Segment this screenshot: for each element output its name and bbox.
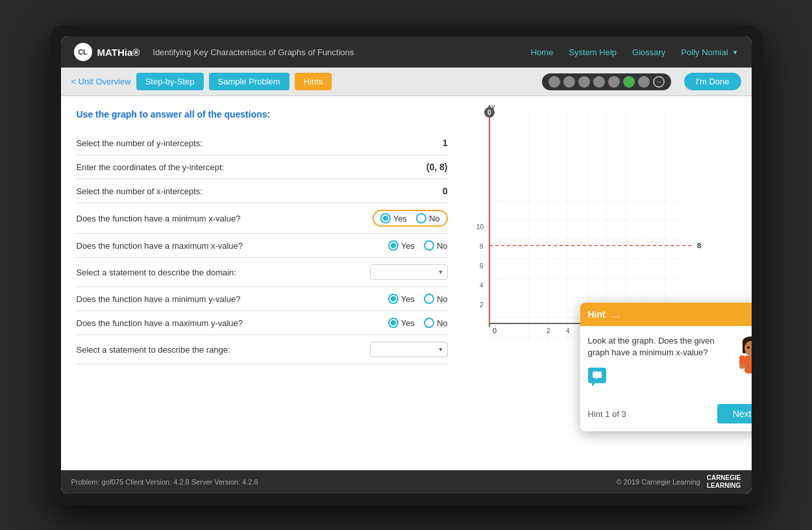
- screen: CL MATHia® Identifying Key Characteristi…: [61, 36, 752, 494]
- q5-yes-radio[interactable]: [388, 240, 399, 251]
- q7-radio-group: Yes No: [388, 294, 448, 304]
- q8-no-radio[interactable]: [424, 318, 434, 328]
- q4-label: Does the function have a minimum x-value…: [77, 214, 366, 223]
- left-panel: Use the graph to answer all of the quest…: [61, 96, 463, 470]
- q6-label: Select a statement to describe the domai…: [77, 268, 370, 277]
- sample-problem-button[interactable]: Sample Problem: [209, 73, 289, 90]
- home-link[interactable]: Home: [531, 47, 554, 57]
- footer-right: © 2019 Carnegie Learning CARNEGIE LEARNI…: [617, 474, 741, 490]
- glossary-link[interactable]: Glossary: [632, 47, 665, 57]
- avatar-svg: [735, 335, 752, 387]
- right-panel: 0 x y 2 4 6 8 10 2 4 6 8 10: [463, 96, 752, 470]
- logo-area: CL MATHia®: [74, 43, 140, 61]
- q1-label: Select the number of y-intercepts:: [77, 138, 402, 148]
- app-title: MATHia®: [97, 47, 140, 58]
- q5-yes-option[interactable]: Yes: [388, 240, 415, 251]
- step-by-step-button[interactable]: Step-by-Step: [136, 73, 204, 90]
- user-name: Polly Nomial: [681, 47, 728, 57]
- progress-dot-4: [593, 76, 605, 88]
- progress-dot-3: [578, 76, 590, 88]
- q7-no-label: No: [437, 294, 448, 304]
- svg-rect-30: [744, 355, 752, 373]
- next-button[interactable]: Next: [717, 404, 752, 423]
- sub-nav: Unit Overview Step-by-Step Sample Proble…: [61, 68, 752, 96]
- q9-label: Select a statement to describe the range…: [77, 345, 370, 355]
- hint-body: Look at the graph. Does the given graph …: [580, 326, 752, 399]
- chat-icon: [588, 368, 606, 383]
- q8-radio-group: Yes No: [388, 318, 448, 328]
- footer-copyright: © 2019 Carnegie Learning: [617, 478, 700, 486]
- svg-text:8: 8: [480, 243, 484, 250]
- hint-dialog: Hint ... ✕ Look at the graph. Does the g…: [580, 303, 752, 431]
- user-menu[interactable]: Polly Nomial ▼: [681, 47, 738, 57]
- hint-text: Look at the graph. Does the given graph …: [588, 335, 728, 359]
- progress-dot-1: [548, 76, 560, 88]
- carnegie-logo: CARNEGIE LEARNING: [707, 474, 741, 490]
- progress-dot-8: −: [653, 76, 665, 88]
- q7-no-option[interactable]: No: [424, 294, 448, 304]
- user-dropdown-arrow: ▼: [732, 49, 739, 56]
- q5-radio-group: Yes No: [388, 240, 448, 251]
- q4-radio-group: Yes No: [373, 210, 448, 227]
- svg-text:10: 10: [476, 223, 484, 231]
- q7-yes-radio[interactable]: [388, 294, 399, 304]
- q4-yes-radio[interactable]: [380, 213, 391, 223]
- svg-rect-35: [748, 354, 752, 358]
- top-nav: CL MATHia® Identifying Key Characteristi…: [61, 36, 752, 68]
- q5-yes-label: Yes: [401, 241, 415, 251]
- q4-no-option[interactable]: No: [416, 213, 440, 223]
- svg-text:4: 4: [480, 282, 484, 289]
- main-content: Use the graph to answer all of the quest…: [61, 96, 752, 470]
- q5-no-option[interactable]: No: [424, 240, 448, 251]
- q9-select[interactable]: [370, 342, 448, 357]
- progress-dots: −: [542, 73, 671, 90]
- question-row: Select the number of x-intercepts: 0: [77, 179, 448, 203]
- page-title: Identifying Key Characteristics of Graph…: [153, 47, 530, 57]
- hint-counter: Hint 1 of 3: [588, 409, 626, 419]
- svg-text:0: 0: [487, 109, 491, 116]
- device-frame: CL MATHia® Identifying Key Characteristi…: [49, 25, 763, 505]
- hint-header: Hint ... ✕: [580, 303, 752, 326]
- q4-no-label: No: [429, 214, 440, 223]
- q5-no-radio[interactable]: [424, 240, 434, 251]
- im-done-button[interactable]: I'm Done: [684, 73, 741, 90]
- hints-button[interactable]: Hints: [295, 73, 332, 90]
- svg-text:0: 0: [493, 327, 497, 334]
- svg-text:2: 2: [480, 301, 484, 309]
- q4-yes-option[interactable]: Yes: [380, 213, 407, 223]
- q9-select-wrapper[interactable]: [370, 342, 448, 357]
- q2-value: (0, 8): [409, 162, 448, 172]
- q4-yes-label: Yes: [393, 214, 407, 223]
- q8-yes-radio[interactable]: [388, 318, 399, 328]
- q7-yes-option[interactable]: Yes: [388, 294, 415, 304]
- q8-label: Does the function have a maximum y-value…: [77, 318, 382, 328]
- q8-no-label: No: [437, 318, 448, 328]
- q6-select[interactable]: [370, 264, 448, 280]
- hint-title: Hint: [588, 309, 606, 320]
- system-help-link[interactable]: System Help: [569, 47, 617, 57]
- q7-no-radio[interactable]: [424, 294, 434, 304]
- instruction-text: Use the graph to answer all of the quest…: [77, 109, 448, 120]
- q8-yes-label: Yes: [401, 318, 415, 328]
- svg-point-28: [747, 346, 750, 349]
- q3-value: 0: [409, 186, 448, 196]
- q8-yes-option[interactable]: Yes: [388, 318, 415, 328]
- q8-no-option[interactable]: No: [424, 318, 448, 328]
- cl-logo: CL: [74, 43, 92, 61]
- footer: Problem: gof075 Client Version: 4.2.8 Se…: [61, 470, 752, 494]
- hint-footer: Hint 1 of 3 Next: [580, 399, 752, 431]
- progress-dot-6: [623, 76, 635, 88]
- unit-overview-link[interactable]: Unit Overview: [71, 77, 131, 86]
- svg-text:6: 6: [480, 262, 484, 270]
- q5-no-label: No: [437, 241, 448, 251]
- question-row: Select a statement to describe the domai…: [77, 258, 448, 287]
- q1-value: 1: [409, 138, 448, 148]
- graph-container: 0 x y 2 4 6 8 10 2 4 6 8 10: [463, 96, 752, 470]
- question-row: Does the function have a minimum x-value…: [77, 203, 448, 234]
- q4-no-radio[interactable]: [416, 213, 426, 223]
- progress-dot-2: [563, 76, 575, 88]
- nav-links: Home System Help Glossary Polly Nomial ▼: [531, 47, 739, 57]
- q7-label: Does the function have a minimum y-value…: [77, 294, 382, 304]
- progress-dot-5: [608, 76, 620, 88]
- q6-select-wrapper[interactable]: [370, 264, 448, 280]
